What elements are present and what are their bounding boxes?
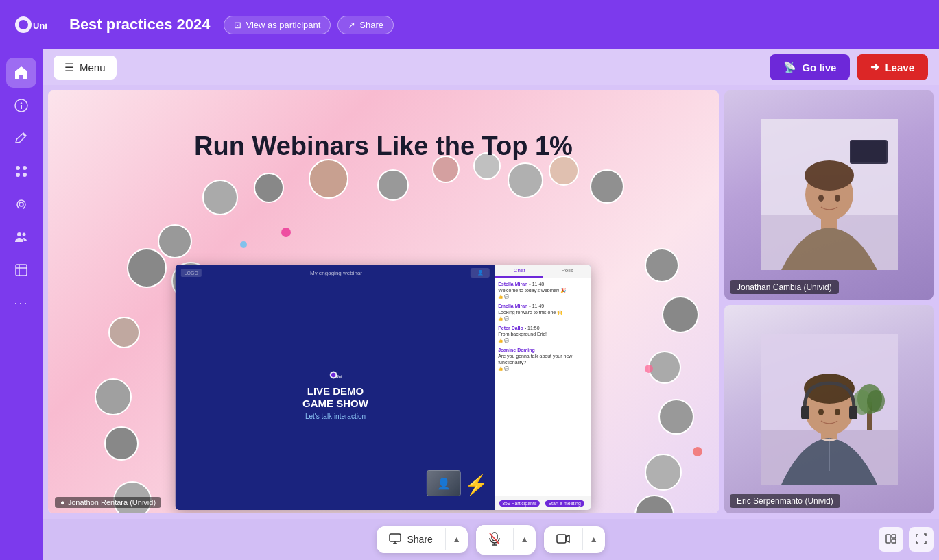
svg-point-7 xyxy=(23,166,27,170)
mic-button[interactable] xyxy=(476,525,513,555)
layout-button[interactable] xyxy=(879,527,903,552)
header-actions: ⊡ View as participant ↗ Share xyxy=(224,16,394,34)
share-chevron-button[interactable]: ▲ xyxy=(446,528,468,551)
bottom-controls: Share ▲ xyxy=(43,519,939,560)
avatar-2 xyxy=(254,173,284,203)
sidebar-item-pen[interactable] xyxy=(6,123,36,154)
slide-title: Run Webinars Like the Top 1% xyxy=(194,132,573,161)
avatar-3 xyxy=(309,159,348,199)
inner-slide-chat: Chat Polls Estella Miran • 11:48Welcome … xyxy=(495,265,591,510)
slide-title-text: Run Webinars Like the Top 1% xyxy=(194,132,573,161)
svg-rect-45 xyxy=(886,535,890,543)
camera-button[interactable] xyxy=(544,526,582,553)
camera-chevron-button[interactable]: ▲ xyxy=(583,528,605,551)
exit-icon: ➜ xyxy=(870,61,879,73)
sidebar-item-interactions[interactable] xyxy=(6,156,36,186)
speaker-1-avatar-svg xyxy=(761,119,898,270)
avatar-1 xyxy=(202,180,238,215)
go-live-button[interactable]: 📡 Go live xyxy=(770,54,850,80)
fullscreen-icon xyxy=(916,533,927,546)
inner-slide-header-bar: LOGO My engaging webinar 👤 xyxy=(176,265,495,281)
inner-mini-person-icon: 👤 xyxy=(437,477,451,490)
speaker-panel: Jonathan Cambia (Univid) xyxy=(724,90,934,513)
svg-rect-47 xyxy=(892,539,896,543)
svg-point-25 xyxy=(835,195,840,202)
menu-button[interactable]: ☰ Menu xyxy=(54,56,117,80)
inner-mini-video-bg: 👤 xyxy=(427,471,460,496)
speaker-2-name-tag: Eric Serpenmanto (Univid) xyxy=(730,494,840,508)
avatar-22 xyxy=(634,495,674,513)
pen-icon xyxy=(14,131,29,146)
more-dots-icon: ··· xyxy=(14,296,28,311)
inner-msg-4: Jeanine DemingAre you gonna talk about y… xyxy=(498,347,589,372)
share-ctrl-group: Share ▲ xyxy=(377,526,467,553)
share-header-button[interactable]: ↗ Share xyxy=(337,16,394,34)
univid-logo: Univid xyxy=(14,8,47,41)
sidebar-item-info[interactable] xyxy=(6,90,36,121)
svg-rect-4 xyxy=(21,105,22,109)
slide-wrapper: Run Webinars Like the Top 1% xyxy=(48,90,719,513)
inner-univid-logo: Univid xyxy=(329,369,342,381)
camera-icon xyxy=(556,533,570,546)
inner-chat-messages: Estella Miran • 11:48Welcome to today's … xyxy=(495,278,591,496)
dot-4 xyxy=(645,365,653,373)
participants-icon xyxy=(14,230,29,245)
avatar-19 xyxy=(648,351,681,384)
svg-point-12 xyxy=(23,233,26,236)
sidebar-item-home[interactable] xyxy=(6,58,36,88)
svg-point-24 xyxy=(818,195,824,202)
dot-2 xyxy=(240,241,247,248)
share-screen-button[interactable]: Share xyxy=(377,526,444,553)
leave-button[interactable]: ➜ Leave xyxy=(857,54,928,80)
svg-point-11 xyxy=(17,232,21,236)
participant-count-badge: 359 Participants xyxy=(499,500,539,507)
sidebar-item-box[interactable] xyxy=(6,255,36,285)
inner-logo-placeholder: LOGO xyxy=(181,269,202,277)
svg-rect-20 xyxy=(851,141,886,162)
avatar-13 xyxy=(108,317,140,348)
inner-chat-tab-polls: Polls xyxy=(543,265,591,278)
svg-point-9 xyxy=(23,173,27,177)
person-dot-icon: ● xyxy=(60,498,65,507)
inner-msg-3: Peter Dallo • 11:50From background Eric!… xyxy=(498,325,589,344)
inner-slide-screenshot: LOGO My engaging webinar 👤 Univ xyxy=(176,265,591,510)
inner-slide-main: LOGO My engaging webinar 👤 Univ xyxy=(176,265,495,510)
fullscreen-button[interactable] xyxy=(909,527,934,552)
inner-header-avatar: 👤 xyxy=(471,268,490,278)
fingerprint-icon xyxy=(14,197,29,212)
speaker-2-avatar-svg xyxy=(761,334,898,485)
svg-rect-13 xyxy=(16,265,27,276)
sidebar-item-participants[interactable] xyxy=(6,222,36,252)
mic-muted-icon xyxy=(488,532,501,548)
monitor-icon: ⊡ xyxy=(234,20,241,30)
lightning-icon: ⚡ xyxy=(464,474,488,496)
svg-point-10 xyxy=(19,202,23,206)
avatar-20 xyxy=(658,399,694,435)
camera-ctrl-group: ▲ xyxy=(544,526,605,553)
info-icon xyxy=(14,98,29,113)
header-divider xyxy=(58,12,58,37)
svg-text:Univid: Univid xyxy=(336,374,342,378)
svg-point-37 xyxy=(818,409,824,415)
avatar-9 xyxy=(590,169,624,204)
main-slide-container: Run Webinars Like the Top 1% xyxy=(48,90,719,513)
mic-chevron-button[interactable]: ▲ xyxy=(514,528,536,551)
event-title: Best practices 2024 xyxy=(69,16,210,34)
interactions-icon xyxy=(14,164,29,179)
avatar-21 xyxy=(645,454,682,491)
svg-rect-44 xyxy=(557,535,566,543)
avatar-14 xyxy=(95,378,132,415)
inner-chat-header: Chat Polls xyxy=(495,265,591,278)
logo-area: Univid xyxy=(14,8,47,41)
box-icon xyxy=(14,263,29,278)
dot-5 xyxy=(693,447,702,456)
sidebar-item-fingerprint[interactable] xyxy=(6,189,36,219)
speaker-1-name-tag: Jonathan Cambia (Univid) xyxy=(730,280,839,294)
sidebar-item-more[interactable]: ··· xyxy=(6,288,36,318)
share-icon-header: ↗ xyxy=(348,20,355,30)
inner-msg-2: Emelia Miran • 11:49Looking forward to t… xyxy=(498,303,589,322)
hamburger-icon: ☰ xyxy=(64,61,74,74)
inner-header-title: My engaging webinar xyxy=(206,270,466,276)
view-participant-button[interactable]: ⊡ View as participant xyxy=(224,16,331,34)
inner-bottom-bar: 359 Participants Start a meeting xyxy=(495,496,591,510)
